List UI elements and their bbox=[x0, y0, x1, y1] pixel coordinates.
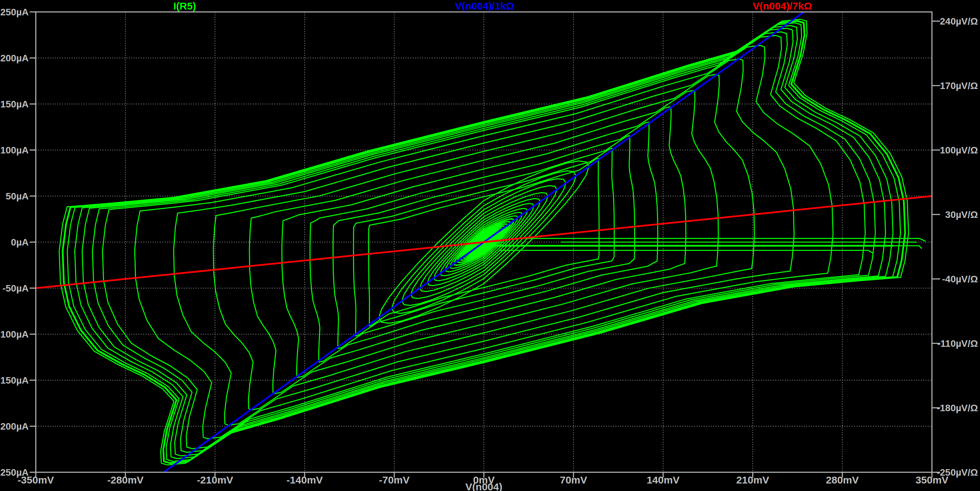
x-tick-label: -210mV bbox=[197, 474, 234, 486]
y-right-tick-label: -110µV/Ω bbox=[937, 338, 978, 349]
x-tick-label: -140mV bbox=[286, 474, 323, 486]
x-tick-label: -70mV bbox=[379, 474, 410, 486]
trace-title-vn004-1k[interactable]: V(n004)/1kΩ bbox=[455, 0, 514, 11]
y-left-tick-label: -100µA bbox=[0, 329, 29, 340]
waveform-viewer-pane: I(R5) V(n004)/1kΩ V(n004)/7kΩ V(n004) 25… bbox=[0, 0, 980, 491]
x-tick-label: -350mV bbox=[18, 474, 54, 486]
y-left-tick-label: -200µA bbox=[0, 421, 29, 432]
x-tick-label: -280mV bbox=[107, 474, 144, 486]
y-right-tick-label: 30µV/Ω bbox=[945, 209, 978, 220]
y-right-tick-label: -180µV/Ω bbox=[937, 403, 978, 413]
y-left-tick-label: -50µA bbox=[2, 283, 29, 293]
trace-title-vn004-7k[interactable]: V(n004)/7kΩ bbox=[753, 0, 812, 11]
y-left-tick-label: 200µA bbox=[0, 53, 29, 64]
y-left-tick-label: -150µA bbox=[0, 375, 29, 386]
y-right-tick-label: -250µV/Ω bbox=[937, 467, 978, 478]
x-tick-label: 280mV bbox=[826, 474, 859, 486]
x-tick-label: 0mV bbox=[473, 474, 495, 486]
x-tick-label: 140mV bbox=[647, 474, 680, 486]
y-left-tick-label: 150µA bbox=[0, 99, 29, 110]
y-right-tick-label: 170µV/Ω bbox=[940, 80, 978, 91]
x-tick-label: 210mV bbox=[737, 474, 769, 486]
y-left-tick-label: 250µA bbox=[0, 7, 29, 18]
y-right-tick-label: 100µV/Ω bbox=[940, 145, 978, 155]
x-tick-label: 70mV bbox=[560, 474, 587, 486]
waveform-plot: I(R5) V(n004)/1kΩ V(n004)/7kΩ V(n004) 25… bbox=[0, 0, 980, 491]
y-left-tick-label: 50µA bbox=[6, 191, 29, 201]
y-left-tick-label: 0µA bbox=[11, 237, 29, 247]
y-right-tick-label: 240µV/Ω bbox=[940, 16, 978, 27]
trace-title-ir5[interactable]: I(R5) bbox=[173, 0, 196, 11]
y-left-tick-label: 100µA bbox=[0, 145, 29, 155]
y-right-tick-label: -40µV/Ω bbox=[942, 274, 978, 284]
